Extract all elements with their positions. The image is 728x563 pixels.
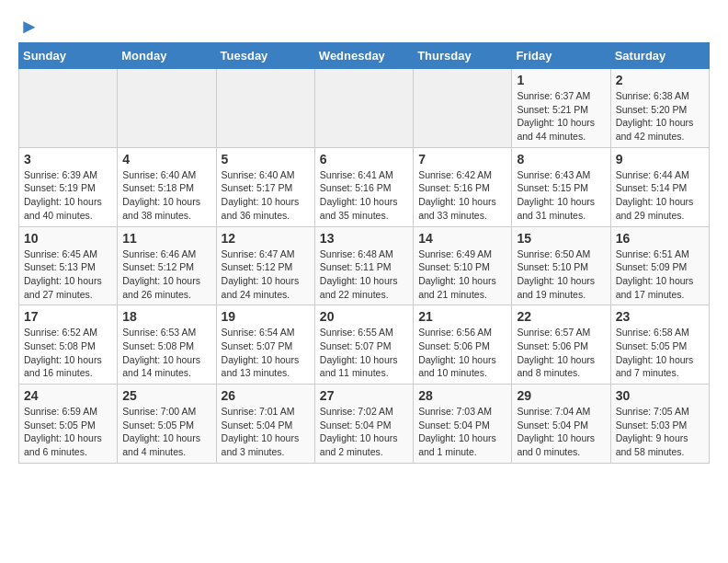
calendar-week-3: 10Sunrise: 6:45 AM Sunset: 5:13 PM Dayli… — [19, 226, 710, 305]
day-number: 21 — [418, 309, 506, 324]
day-info: Sunrise: 7:04 AM Sunset: 5:04 PM Dayligh… — [517, 405, 605, 459]
day-info: Sunrise: 7:03 AM Sunset: 5:04 PM Dayligh… — [418, 405, 506, 459]
day-info: Sunrise: 6:47 AM Sunset: 5:12 PM Dayligh… — [222, 247, 310, 302]
day-number: 17 — [24, 309, 112, 324]
day-info: Sunrise: 6:41 AM Sunset: 5:16 PM Dayligh… — [320, 168, 408, 223]
day-info: Sunrise: 6:44 AM Sunset: 5:14 PM Dayligh… — [616, 168, 704, 223]
day-info: Sunrise: 7:05 AM Sunset: 5:03 PM Dayligh… — [616, 405, 704, 459]
day-number: 27 — [320, 388, 408, 403]
page: ► SundayMondayTuesdayWednesdayThursdayFr… — [0, 0, 728, 478]
day-number: 15 — [517, 231, 605, 246]
day-info: Sunrise: 6:37 AM Sunset: 5:21 PM Dayligh… — [517, 89, 605, 144]
day-info: Sunrise: 6:49 AM Sunset: 5:10 PM Dayligh… — [418, 247, 506, 302]
calendar-cell — [414, 69, 512, 148]
weekday-header-row: SundayMondayTuesdayWednesdayThursdayFrid… — [19, 43, 710, 69]
day-info: Sunrise: 6:56 AM Sunset: 5:06 PM Dayligh… — [418, 326, 506, 380]
day-info: Sunrise: 6:39 AM Sunset: 5:19 PM Dayligh… — [24, 168, 112, 223]
day-number: 6 — [320, 152, 408, 167]
calendar-header: SundayMondayTuesdayWednesdayThursdayFrid… — [19, 43, 710, 69]
calendar-cell: 4Sunrise: 6:40 AM Sunset: 5:18 PM Daylig… — [118, 147, 216, 226]
calendar-cell: 30Sunrise: 7:05 AM Sunset: 5:03 PM Dayli… — [610, 385, 709, 464]
day-number: 13 — [320, 231, 408, 246]
day-info: Sunrise: 6:48 AM Sunset: 5:11 PM Dayligh… — [320, 247, 408, 302]
logo-bird-icon: ► — [19, 15, 40, 39]
calendar-cell: 23Sunrise: 6:58 AM Sunset: 5:05 PM Dayli… — [610, 305, 709, 385]
day-info: Sunrise: 6:54 AM Sunset: 5:07 PM Dayligh… — [222, 326, 310, 380]
calendar-cell — [118, 69, 216, 148]
day-info: Sunrise: 6:58 AM Sunset: 5:05 PM Dayligh… — [616, 326, 704, 380]
day-number: 22 — [517, 309, 605, 324]
day-number: 8 — [517, 152, 605, 167]
calendar-cell: 15Sunrise: 6:50 AM Sunset: 5:10 PM Dayli… — [512, 226, 610, 305]
calendar: SundayMondayTuesdayWednesdayThursdayFrid… — [18, 42, 710, 464]
calendar-cell: 9Sunrise: 6:44 AM Sunset: 5:14 PM Daylig… — [610, 147, 709, 226]
day-number: 28 — [418, 388, 506, 403]
calendar-cell: 2Sunrise: 6:38 AM Sunset: 5:20 PM Daylig… — [610, 69, 709, 148]
day-info: Sunrise: 7:00 AM Sunset: 5:05 PM Dayligh… — [122, 405, 210, 459]
header: ► — [18, 15, 710, 33]
calendar-cell: 12Sunrise: 6:47 AM Sunset: 5:12 PM Dayli… — [216, 226, 314, 305]
day-info: Sunrise: 6:53 AM Sunset: 5:08 PM Dayligh… — [122, 326, 210, 380]
calendar-cell: 11Sunrise: 6:46 AM Sunset: 5:12 PM Dayli… — [118, 226, 216, 305]
day-number: 5 — [222, 152, 310, 167]
day-number: 20 — [320, 309, 408, 324]
calendar-cell — [19, 69, 118, 148]
calendar-week-4: 17Sunrise: 6:52 AM Sunset: 5:08 PM Dayli… — [19, 305, 710, 385]
day-info: Sunrise: 6:38 AM Sunset: 5:20 PM Dayligh… — [616, 89, 704, 144]
day-info: Sunrise: 6:57 AM Sunset: 5:06 PM Dayligh… — [517, 326, 605, 380]
calendar-cell: 5Sunrise: 6:40 AM Sunset: 5:17 PM Daylig… — [216, 147, 314, 226]
calendar-cell: 3Sunrise: 6:39 AM Sunset: 5:19 PM Daylig… — [19, 147, 118, 226]
day-number: 2 — [616, 73, 704, 87]
day-info: Sunrise: 6:51 AM Sunset: 5:09 PM Dayligh… — [616, 247, 704, 302]
weekday-header-monday: Monday — [118, 43, 216, 69]
day-number: 7 — [418, 152, 506, 167]
calendar-cell: 10Sunrise: 6:45 AM Sunset: 5:13 PM Dayli… — [19, 226, 118, 305]
calendar-week-1: 1Sunrise: 6:37 AM Sunset: 5:21 PM Daylig… — [19, 69, 710, 148]
day-number: 16 — [616, 231, 704, 246]
calendar-cell: 24Sunrise: 6:59 AM Sunset: 5:05 PM Dayli… — [19, 385, 118, 464]
logo: ► — [18, 15, 40, 33]
day-info: Sunrise: 6:40 AM Sunset: 5:18 PM Dayligh… — [122, 168, 210, 223]
day-info: Sunrise: 6:42 AM Sunset: 5:16 PM Dayligh… — [418, 168, 506, 223]
weekday-header-sunday: Sunday — [19, 43, 118, 69]
day-info: Sunrise: 6:40 AM Sunset: 5:17 PM Dayligh… — [222, 168, 310, 223]
calendar-cell: 18Sunrise: 6:53 AM Sunset: 5:08 PM Dayli… — [118, 305, 216, 385]
day-number: 24 — [24, 388, 112, 403]
day-number: 9 — [616, 152, 704, 167]
day-number: 29 — [517, 388, 605, 403]
day-number: 23 — [616, 309, 704, 324]
day-number: 26 — [222, 388, 310, 403]
day-number: 30 — [616, 388, 704, 403]
calendar-cell: 27Sunrise: 7:02 AM Sunset: 5:04 PM Dayli… — [314, 385, 413, 464]
day-info: Sunrise: 6:50 AM Sunset: 5:10 PM Dayligh… — [517, 247, 605, 302]
calendar-cell: 1Sunrise: 6:37 AM Sunset: 5:21 PM Daylig… — [512, 69, 610, 148]
weekday-header-friday: Friday — [512, 43, 610, 69]
weekday-header-saturday: Saturday — [610, 43, 709, 69]
day-number: 1 — [517, 73, 605, 87]
calendar-cell: 29Sunrise: 7:04 AM Sunset: 5:04 PM Dayli… — [512, 385, 610, 464]
calendar-cell: 22Sunrise: 6:57 AM Sunset: 5:06 PM Dayli… — [512, 305, 610, 385]
day-number: 3 — [24, 152, 112, 167]
day-number: 10 — [24, 231, 112, 246]
calendar-week-2: 3Sunrise: 6:39 AM Sunset: 5:19 PM Daylig… — [19, 147, 710, 226]
calendar-cell: 21Sunrise: 6:56 AM Sunset: 5:06 PM Dayli… — [414, 305, 512, 385]
calendar-cell: 28Sunrise: 7:03 AM Sunset: 5:04 PM Dayli… — [414, 385, 512, 464]
day-number: 11 — [122, 231, 210, 246]
calendar-cell: 25Sunrise: 7:00 AM Sunset: 5:05 PM Dayli… — [118, 385, 216, 464]
calendar-cell — [314, 69, 413, 148]
day-info: Sunrise: 7:02 AM Sunset: 5:04 PM Dayligh… — [320, 405, 408, 459]
calendar-cell: 19Sunrise: 6:54 AM Sunset: 5:07 PM Dayli… — [216, 305, 314, 385]
calendar-cell — [216, 69, 314, 148]
calendar-cell: 7Sunrise: 6:42 AM Sunset: 5:16 PM Daylig… — [414, 147, 512, 226]
day-info: Sunrise: 6:45 AM Sunset: 5:13 PM Dayligh… — [24, 247, 112, 302]
weekday-header-tuesday: Tuesday — [216, 43, 314, 69]
day-info: Sunrise: 6:59 AM Sunset: 5:05 PM Dayligh… — [24, 405, 112, 459]
day-number: 14 — [418, 231, 506, 246]
day-number: 12 — [222, 231, 310, 246]
weekday-header-wednesday: Wednesday — [314, 43, 413, 69]
calendar-cell: 20Sunrise: 6:55 AM Sunset: 5:07 PM Dayli… — [314, 305, 413, 385]
calendar-week-5: 24Sunrise: 6:59 AM Sunset: 5:05 PM Dayli… — [19, 385, 710, 464]
day-info: Sunrise: 6:52 AM Sunset: 5:08 PM Dayligh… — [24, 326, 112, 380]
calendar-cell: 8Sunrise: 6:43 AM Sunset: 5:15 PM Daylig… — [512, 147, 610, 226]
calendar-cell: 6Sunrise: 6:41 AM Sunset: 5:16 PM Daylig… — [314, 147, 413, 226]
